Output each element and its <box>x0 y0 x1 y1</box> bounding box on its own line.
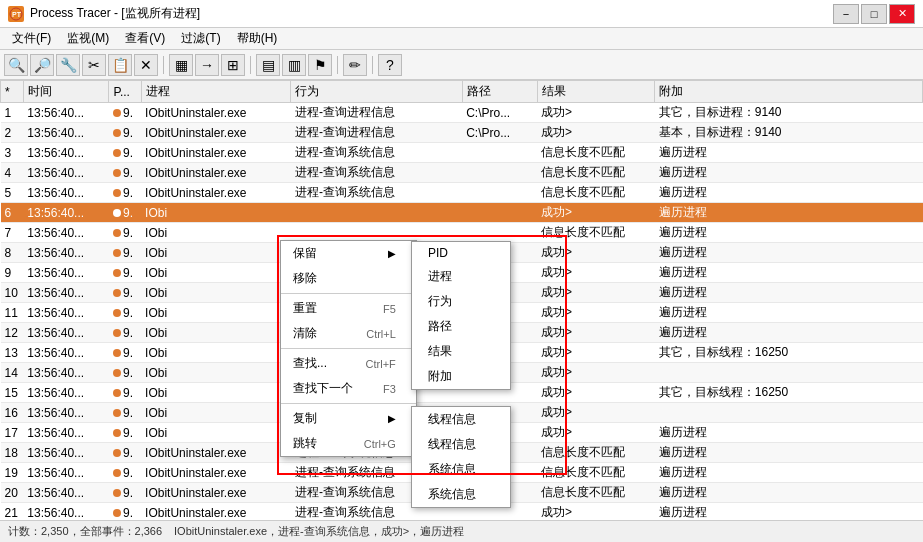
table-row[interactable]: 6 13:56:40... 9. IObi 成功> 遍历进程 <box>1 203 923 223</box>
cell-path <box>462 183 537 203</box>
tool-wrench[interactable]: 🔧 <box>56 54 80 76</box>
cell-extra: 遍历进程 <box>655 263 923 283</box>
cell-path <box>462 223 537 243</box>
ctx-goto[interactable]: 跳转 Ctrl+G <box>281 431 416 456</box>
cell-action: 进程-查询进程信息 <box>291 123 462 143</box>
tool-filter[interactable]: ▦ <box>169 54 193 76</box>
cell-process: IObi <box>141 263 291 283</box>
ctx-findnext[interactable]: 查找下一个 F3 <box>281 376 416 401</box>
cell-process: IObitUninstaler.exe <box>141 163 291 183</box>
menu-view[interactable]: 查看(V) <box>117 28 173 49</box>
col-path[interactable]: 路径 <box>462 81 537 103</box>
col-result[interactable]: 结果 <box>537 81 655 103</box>
cell-time: 13:56:40... <box>23 463 109 483</box>
col-time[interactable]: 时间 <box>23 81 109 103</box>
cell-extra: 遍历进程 <box>655 283 923 303</box>
col-p[interactable]: P... <box>109 81 141 103</box>
table-row[interactable]: 4 13:56:40... 9. IObitUninstaler.exe 进程-… <box>1 163 923 183</box>
sub-result[interactable]: 结果 <box>412 339 510 364</box>
cell-p: 9. <box>109 303 141 323</box>
menu-help[interactable]: 帮助(H) <box>229 28 286 49</box>
table-row[interactable]: 7 13:56:40... 9. IObi 信息长度不匹配 遍历进程 <box>1 223 923 243</box>
sub-pid[interactable]: PID <box>412 242 510 264</box>
cell-result: 成功> <box>537 363 655 383</box>
cell-path: C:\Pro... <box>462 123 537 143</box>
cell-time: 13:56:40... <box>23 123 109 143</box>
cell-process: IObi <box>141 363 291 383</box>
cell-num: 5 <box>1 183 24 203</box>
cell-extra: 遍历进程 <box>655 143 923 163</box>
cell-extra <box>655 403 923 423</box>
cell-p: 9. <box>109 403 141 423</box>
table-row[interactable]: 5 13:56:40... 9. IObitUninstaler.exe 进程-… <box>1 183 923 203</box>
cell-extra: 遍历进程 <box>655 443 923 463</box>
col-process[interactable]: 进程 <box>141 81 291 103</box>
ctx-keep[interactable]: 保留 ▶ PID 进程 行为 路径 结果 附加 <box>281 241 416 266</box>
cell-result: 成功> <box>537 323 655 343</box>
cell-result: 信息长度不匹配 <box>537 483 655 503</box>
cell-result: 信息长度不匹配 <box>537 463 655 483</box>
cell-process: IObitUninstaler.exe <box>141 503 291 521</box>
window-title: Process Tracer - [监视所有进程] <box>30 5 200 22</box>
maximize-button[interactable]: □ <box>861 4 887 24</box>
cell-num: 10 <box>1 283 24 303</box>
menu-file[interactable]: 文件(F) <box>4 28 59 49</box>
cell-num: 12 <box>1 323 24 343</box>
table-row[interactable]: 2 13:56:40... 9. IObitUninstaler.exe 进程-… <box>1 123 923 143</box>
minimize-button[interactable]: − <box>833 4 859 24</box>
sub-path[interactable]: 路径 <box>412 314 510 339</box>
cell-num: 7 <box>1 223 24 243</box>
cell-num: 13 <box>1 343 24 363</box>
ctx-find[interactable]: 查找... Ctrl+F <box>281 351 416 376</box>
cell-time: 13:56:40... <box>23 323 109 343</box>
sub-process[interactable]: 进程 <box>412 264 510 289</box>
tool-search[interactable]: 🔍 <box>4 54 28 76</box>
tool-cols[interactable]: ▥ <box>282 54 306 76</box>
tool-copy[interactable]: 📋 <box>108 54 132 76</box>
tool-delete[interactable]: ✕ <box>134 54 158 76</box>
col-extra[interactable]: 附加 <box>655 81 923 103</box>
ctx-sep3 <box>281 403 416 404</box>
sub-copy-2[interactable]: 线程信息 <box>412 432 510 457</box>
sub-copy-4[interactable]: 系统信息 <box>412 482 510 507</box>
tool-help[interactable]: ? <box>378 54 402 76</box>
close-button[interactable]: ✕ <box>889 4 915 24</box>
col-action[interactable]: 行为 <box>291 81 462 103</box>
cell-process: IObitUninstaler.exe <box>141 143 291 163</box>
sub-copy-3[interactable]: 系统信息 <box>412 457 510 482</box>
sub-extra[interactable]: 附加 <box>412 364 510 389</box>
tool-flow[interactable]: → <box>195 54 219 76</box>
tool-pen[interactable]: ✏ <box>343 54 367 76</box>
cell-result: 成功> <box>537 343 655 363</box>
ctx-copy[interactable]: 复制 ▶ 线程信息 线程信息 系统信息 系统信息 <box>281 406 416 431</box>
tool-grid[interactable]: ⊞ <box>221 54 245 76</box>
menu-monitor[interactable]: 监视(M) <box>59 28 117 49</box>
ctx-clear[interactable]: 清除 Ctrl+L <box>281 321 416 346</box>
tool-cut[interactable]: ✂ <box>82 54 106 76</box>
cell-time: 13:56:40... <box>23 423 109 443</box>
tool-flag[interactable]: ⚑ <box>308 54 332 76</box>
cell-time: 13:56:40... <box>23 223 109 243</box>
col-star[interactable]: * <box>1 81 24 103</box>
sub-copy-1[interactable]: 线程信息 <box>412 407 510 432</box>
status-count: 计数：2,350，全部事件：2,366 <box>8 524 162 539</box>
cell-num: 20 <box>1 483 24 503</box>
ctx-reset[interactable]: 重置 F5 <box>281 296 416 321</box>
cell-extra: 其它，目标线程：16250 <box>655 383 923 403</box>
cell-process: IObi <box>141 403 291 423</box>
cell-extra: 其它，目标进程：9140 <box>655 103 923 123</box>
menu-filter[interactable]: 过滤(T) <box>173 28 228 49</box>
sub-action[interactable]: 行为 <box>412 289 510 314</box>
cell-result: 信息长度不匹配 <box>537 163 655 183</box>
title-bar: PT Process Tracer - [监视所有进程] − □ ✕ <box>0 0 923 28</box>
cell-action: 进程-查询系统信息 <box>291 143 462 163</box>
tool-view[interactable]: ▤ <box>256 54 280 76</box>
cell-time: 13:56:40... <box>23 303 109 323</box>
tool-search2[interactable]: 🔎 <box>30 54 54 76</box>
ctx-remove[interactable]: 移除 <box>281 266 416 291</box>
table-row[interactable]: 3 13:56:40... 9. IObitUninstaler.exe 进程-… <box>1 143 923 163</box>
cell-path <box>462 203 537 223</box>
cell-process: IObi <box>141 343 291 363</box>
cell-p: 9. <box>109 423 141 443</box>
table-row[interactable]: 1 13:56:40... 9. IObitUninstaler.exe 进程-… <box>1 103 923 123</box>
